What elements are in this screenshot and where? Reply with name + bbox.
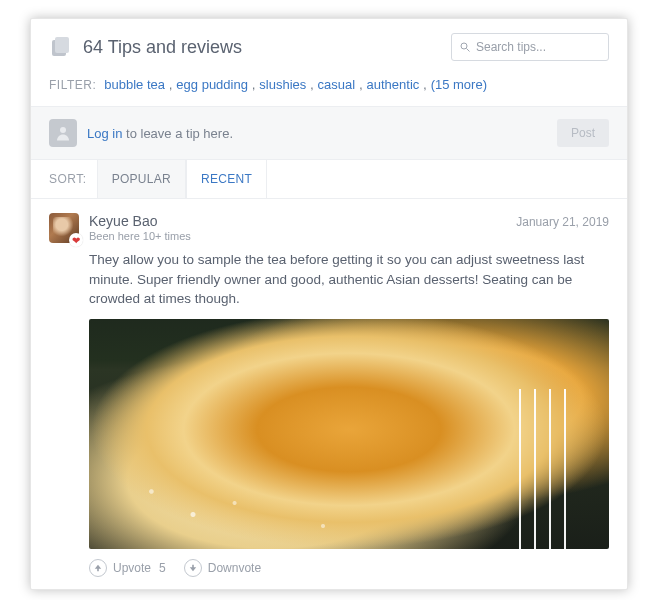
upvote-button[interactable]: Upvote 5: [89, 559, 166, 577]
tip-item: ❤ Keyue Bao January 21, 2019 Been here 1…: [31, 199, 627, 589]
sort-tab-recent[interactable]: RECENT: [186, 160, 267, 198]
leave-tip-prompt: Log in to leave a tip here. Post: [31, 107, 627, 160]
filter-row: FILTER: bubble tea, egg pudding, slushie…: [31, 71, 627, 107]
svg-line-3: [467, 49, 470, 52]
filter-more-link[interactable]: (15 more): [431, 77, 487, 92]
prompt-rest: to leave a tip here.: [122, 126, 233, 141]
filter-tag-slushies[interactable]: slushies: [259, 77, 306, 92]
panel-header: 64 Tips and reviews: [31, 19, 627, 71]
tip-text: They allow you to sample the tea before …: [89, 250, 609, 309]
sort-label: SORT:: [31, 160, 97, 198]
filter-tag-bubble-tea[interactable]: bubble tea: [104, 77, 165, 92]
page-title: 64 Tips and reviews: [83, 37, 451, 58]
sort-tab-popular[interactable]: POPULAR: [97, 160, 186, 198]
heart-icon: ❤: [69, 233, 83, 247]
tip-date: January 21, 2019: [516, 215, 609, 229]
downvote-button[interactable]: Downvote: [184, 559, 261, 577]
arrow-down-icon: [184, 559, 202, 577]
tip-photo[interactable]: [89, 319, 609, 549]
post-button[interactable]: Post: [557, 119, 609, 147]
arrow-up-icon: [89, 559, 107, 577]
filter-tag-casual[interactable]: casual: [318, 77, 356, 92]
tip-author-link[interactable]: Keyue Bao: [89, 213, 516, 229]
filter-tag-egg-pudding[interactable]: egg pudding: [176, 77, 248, 92]
downvote-label: Downvote: [208, 561, 261, 575]
search-icon: [459, 41, 471, 53]
search-wrapper: [451, 33, 609, 61]
sort-row: SORT: POPULAR RECENT: [31, 160, 627, 199]
filter-label: FILTER:: [49, 78, 96, 92]
tip-header: Keyue Bao January 21, 2019: [89, 213, 609, 229]
guest-avatar-icon: [49, 119, 77, 147]
tip-body: Keyue Bao January 21, 2019 Been here 10+…: [89, 213, 609, 577]
search-input[interactable]: [451, 33, 609, 61]
upvote-count: 5: [159, 561, 166, 575]
svg-point-4: [60, 127, 66, 133]
vote-row: Upvote 5 Downvote: [89, 559, 609, 577]
upvote-label: Upvote: [113, 561, 151, 575]
avatar[interactable]: ❤: [49, 213, 79, 243]
svg-rect-1: [55, 37, 69, 53]
prompt-text: Log in to leave a tip here.: [87, 126, 557, 141]
svg-point-2: [461, 43, 467, 49]
visits-badge: Been here 10+ times: [89, 230, 609, 242]
tips-panel: 64 Tips and reviews FILTER: bubble tea, …: [30, 18, 628, 590]
tips-icon: [49, 35, 73, 59]
login-link[interactable]: Log in: [87, 126, 122, 141]
filter-tag-authentic[interactable]: authentic: [367, 77, 420, 92]
